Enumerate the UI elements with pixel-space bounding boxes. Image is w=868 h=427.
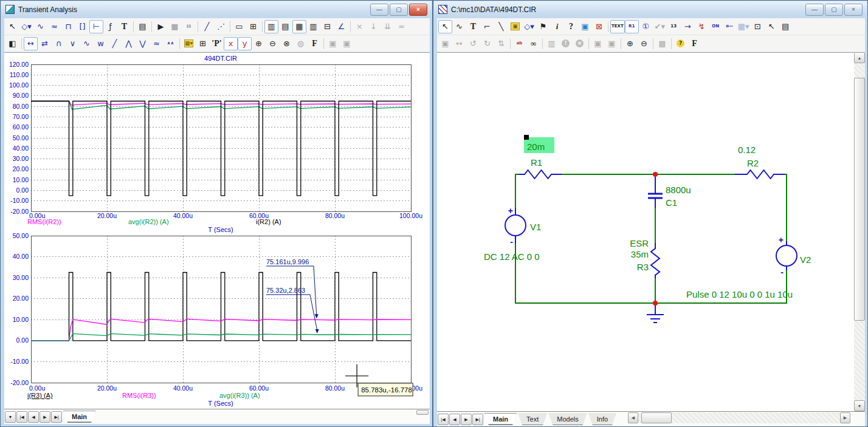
prev-tab-button[interactable]: ◀ (28, 411, 39, 423)
state-variables-button[interactable]: ON (709, 20, 723, 33)
r3-name-label[interactable]: R3 (637, 262, 649, 272)
first-page-button[interactable]: |◀ (438, 414, 449, 425)
peak-button[interactable]: ∩ (52, 37, 66, 50)
legend-RMS(i(R2))[interactable]: RMS(i(R2)) (27, 218, 61, 225)
select-mode-button[interactable]: ↖ (5, 20, 19, 33)
text-layer-button[interactable]: TEXT (610, 20, 625, 33)
tag-mode-button[interactable]: × (353, 20, 367, 33)
tab-list-dropdown[interactable]: ▼ (5, 411, 16, 423)
tag-annotation[interactable]: 75.32u,2.863 (266, 287, 305, 294)
bw-preview-button[interactable]: ◧ (5, 37, 19, 50)
legend-i(R2) (A)[interactable]: i(R2) (A) (256, 218, 281, 225)
replace-button[interactable]: ab (512, 37, 526, 50)
schematic-file-icon[interactable] (438, 5, 447, 14)
zoom-in-button[interactable]: ⊕ (252, 37, 266, 50)
selection-handle[interactable] (524, 135, 529, 140)
paste-picture-button[interactable]: ▣ (605, 37, 619, 50)
components[interactable] (505, 170, 797, 323)
numeric-output-button[interactable]: ⊞ (196, 37, 210, 50)
valley-button[interactable]: ∨ (66, 37, 80, 50)
text-mode-button[interactable]: T (466, 20, 480, 33)
r3-esr-label[interactable]: ESR (630, 238, 649, 248)
next-tab-button[interactable]: ▶ (40, 411, 50, 423)
stack-tags-button[interactable]: ∧∧ (164, 37, 177, 50)
r1-value-label[interactable]: 20m (527, 142, 545, 152)
last-tab-button[interactable]: ▶| (51, 411, 62, 423)
tag-annotation[interactable]: 75.161u,9.996 (266, 258, 309, 265)
wire[interactable] (515, 174, 518, 208)
pick-tool-button[interactable]: ↖ (765, 20, 779, 33)
legend-avg(i(R2)) (A)[interactable]: avg(i(R2)) (A) (128, 218, 169, 225)
v1-value-label[interactable]: DC 12 AC 0 0 (484, 251, 540, 262)
sample-hold-button[interactable]: ⊓ (61, 20, 75, 33)
r2-name-label[interactable]: R2 (747, 158, 759, 168)
wire[interactable] (785, 174, 787, 241)
date-stamp-button[interactable]: 13 (667, 20, 681, 33)
x-scale-lock-button[interactable]: x (224, 37, 238, 50)
formula-button[interactable]: ƒ (103, 20, 117, 33)
watch-button[interactable]: ◍ (294, 37, 308, 50)
select-mode-button[interactable]: ↖ (438, 20, 452, 33)
find-button[interactable]: ∞ (526, 37, 540, 50)
global-high-button[interactable]: ⋀ (122, 37, 136, 50)
cursor-pair-button[interactable]: ⇄ (38, 37, 52, 50)
prev-page-button[interactable]: ◀ (449, 414, 460, 425)
legend-avg(i(R3)) (A)[interactable]: avg(i(R3)) (A) (219, 392, 260, 399)
text-mode-button[interactable]: T (117, 20, 131, 33)
last-page-button[interactable]: ▶| (472, 414, 483, 425)
local-low-button[interactable]: w (94, 37, 108, 50)
run-button[interactable]: ▶ (154, 20, 168, 33)
help-topics-button[interactable]: ? (673, 37, 687, 50)
c1-name-label[interactable]: C1 (666, 197, 677, 208)
r1-name-label[interactable]: R1 (531, 157, 542, 168)
node-numbers-button[interactable]: ① (639, 20, 653, 33)
y-scale-lock-button[interactable]: y (238, 37, 252, 50)
p-notation-button[interactable]: 'P' (210, 37, 224, 50)
move-button[interactable]: ↔ (452, 37, 466, 50)
resistor-R2[interactable] (735, 170, 785, 179)
line-mode-button[interactable]: ╲ (494, 20, 508, 33)
attribute-layer-button[interactable]: R1 (625, 20, 639, 33)
slope-button[interactable]: ╱ (108, 37, 122, 50)
tag-vertical-button[interactable]: ↓ (367, 20, 381, 33)
pause-button[interactable]: ▮▮ (182, 20, 196, 33)
zoom-in-button[interactable]: ⊕ (623, 37, 637, 50)
envelope-button[interactable]: ≈ (150, 37, 164, 50)
first-tab-button[interactable]: |◀ (16, 411, 27, 423)
power-marks-button[interactable]: ↯ (695, 20, 709, 33)
legend-i(R3) (A)[interactable]: i(R3) (A) (27, 392, 53, 399)
component-dropdown-button[interactable]: ◇▾ (19, 20, 33, 33)
resistor-R1[interactable] (518, 170, 562, 179)
smooth-button[interactable]: ≈ (394, 20, 408, 33)
panel-columns-button[interactable]: ▥ (306, 20, 320, 33)
flag-mode-button[interactable]: ⚑ (536, 20, 550, 33)
thumbnail-button[interactable]: ▣ (340, 37, 354, 50)
restore-button[interactable]: ▢ (825, 4, 843, 16)
zoom-region-button[interactable]: ⊗ (280, 37, 294, 50)
polyline-tool-button[interactable]: ⋰ (214, 20, 228, 33)
panel-horizontal-button[interactable]: ▤ (278, 20, 292, 33)
copy-graph-button[interactable]: ▣ (326, 37, 340, 50)
v2-name-label[interactable]: V2 (800, 254, 811, 265)
error-button[interactable]: × (573, 37, 587, 50)
copy-picture-button[interactable]: ▣ (591, 37, 605, 50)
border-toggle-button[interactable]: ⊡ (751, 20, 765, 33)
h-scroll-thumb[interactable] (416, 410, 429, 415)
scroll-left-button[interactable]: ◀ (628, 412, 638, 423)
ground-symbol[interactable] (647, 303, 664, 323)
current-direction-button[interactable]: → (681, 20, 695, 33)
title-bar[interactable]: Transient Analysis —▢× (1, 1, 432, 18)
probe-button[interactable]: ∿ (33, 20, 47, 33)
source-V1[interactable] (505, 215, 526, 236)
capacitor-C1[interactable] (648, 194, 663, 198)
c1-value-label[interactable]: 8800u (666, 185, 691, 195)
help-mode-button[interactable]: ? (564, 20, 578, 33)
info-page-button[interactable]: ▥ (545, 37, 559, 50)
minimize-button[interactable]: — (805, 4, 824, 16)
component-dropdown-button[interactable]: ◇▾ (522, 20, 536, 33)
scroll-down-button[interactable]: ▼ (854, 400, 865, 411)
wire-ortho-button[interactable]: ⌐ (480, 20, 494, 33)
h-scrollbar[interactable]: ◀ ▶ (628, 412, 850, 423)
v2-value-label[interactable]: Pulse 0 12 10u 0 0 1u 10u (686, 289, 793, 299)
grid-dropdown-button[interactable]: ▦▾ (737, 20, 751, 33)
